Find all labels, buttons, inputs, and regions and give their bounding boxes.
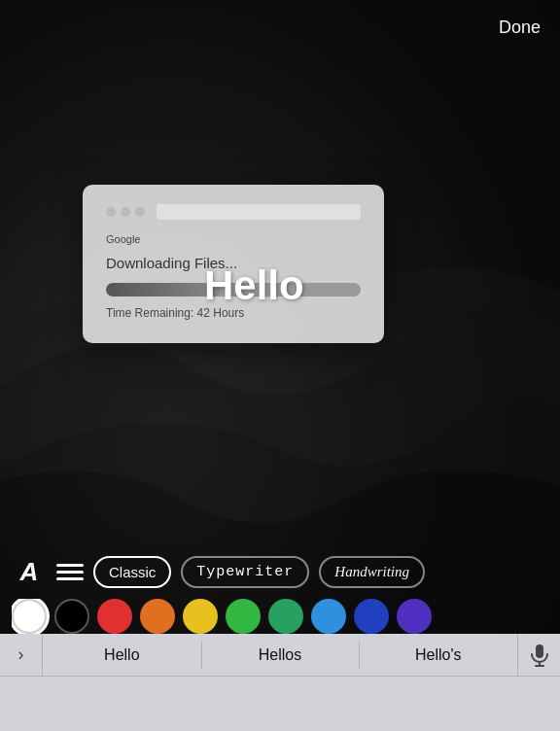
color-swatch-light-blue[interactable] — [311, 599, 346, 634]
lines-icon[interactable] — [56, 558, 84, 585]
color-swatch-teal[interactable] — [268, 599, 303, 634]
keyboard-area — [0, 677, 560, 731]
color-swatch-orange[interactable] — [140, 599, 175, 634]
color-swatch-white[interactable] — [12, 599, 47, 634]
autocomplete-hello[interactable]: Hello — [43, 634, 201, 677]
autocomplete-options: Hello Hellos Hello's — [43, 634, 517, 677]
hello-overlay-text: Hello — [204, 262, 304, 309]
line-bar-3 — [56, 577, 84, 580]
dialog-logo: Google — [106, 233, 361, 245]
color-swatch-red[interactable] — [97, 599, 132, 634]
color-swatch-blue[interactable] — [354, 599, 389, 634]
toolbar: A Classic Typewriter Handwriting — [0, 554, 560, 634]
autocomplete-hellos-apostrophe[interactable]: Hello's — [359, 634, 517, 677]
color-swatch-green[interactable] — [226, 599, 261, 634]
svg-rect-1 — [536, 644, 543, 658]
font-option-classic[interactable]: Classic — [93, 556, 171, 588]
line-bar-1 — [56, 564, 84, 567]
keyboard-expand-button[interactable]: › — [0, 634, 43, 677]
keyboard-bar: › Hello Hellos Hello's — [0, 634, 560, 731]
mic-button[interactable] — [517, 634, 560, 677]
color-row — [12, 599, 548, 634]
color-swatch-black[interactable] — [54, 599, 89, 634]
color-swatch-purple[interactable] — [397, 599, 432, 634]
autocomplete-hellos[interactable]: Hellos — [201, 634, 360, 677]
font-icon[interactable]: A — [12, 554, 47, 589]
done-button[interactable]: Done — [499, 17, 541, 38]
dialog-dots — [106, 207, 145, 217]
dot-max — [135, 207, 145, 217]
dot-close — [106, 207, 116, 217]
color-swatch-yellow[interactable] — [183, 599, 218, 634]
font-row: A Classic Typewriter Handwriting — [12, 554, 548, 589]
font-option-typewriter[interactable]: Typewriter — [181, 556, 309, 588]
autocomplete-row: › Hello Hellos Hello's — [0, 634, 560, 677]
dialog-url-bar — [157, 204, 361, 220]
line-bar-2 — [56, 571, 84, 574]
dialog-titlebar — [106, 204, 361, 220]
dot-min — [121, 207, 130, 217]
font-option-handwriting[interactable]: Handwriting — [319, 556, 425, 588]
